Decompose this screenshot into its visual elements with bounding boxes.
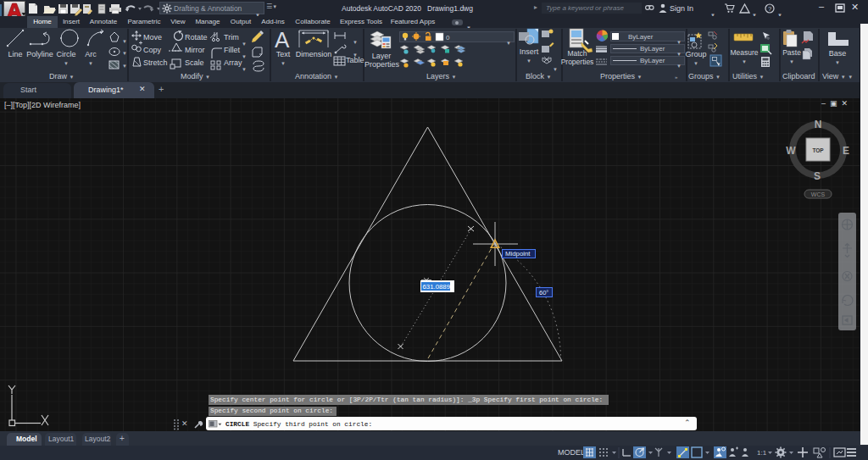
svg-text:WCS: WCS [811, 191, 826, 197]
svg-text:W: W [786, 145, 796, 157]
svg-text:E: E [843, 145, 849, 157]
svg-text:S: S [814, 170, 821, 182]
svg-text:TOP: TOP [812, 147, 824, 153]
svg-text:1:1: 1:1 [757, 449, 767, 457]
svg-text:N: N [815, 119, 822, 130]
